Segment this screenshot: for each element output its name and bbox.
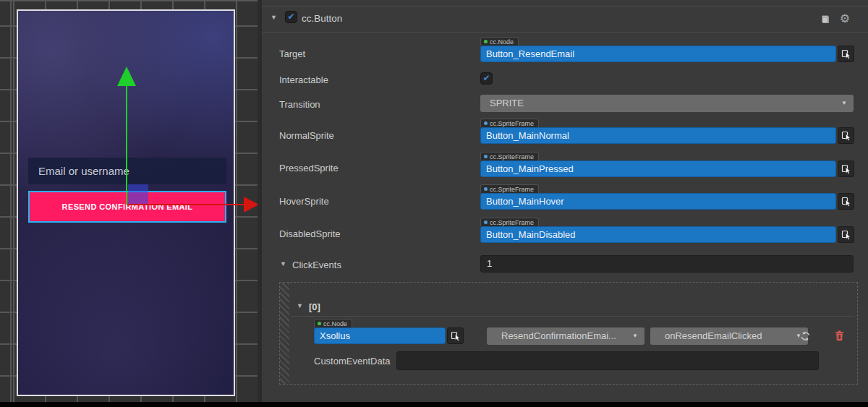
interactable-checkbox[interactable]: ✔ — [480, 72, 493, 85]
disabled-sprite-ref: Button_MainDisabled — [480, 226, 854, 243]
email-input-preview[interactable]: Email or username — [28, 158, 226, 184]
chevron-down-icon: ▼ — [632, 327, 638, 345]
disabled-sprite-picker-button[interactable] — [838, 226, 854, 243]
spriteframe-type-dot-icon — [484, 187, 488, 191]
email-placeholder-text: Email or username — [38, 165, 129, 177]
event-node-ref: Xsollus — [314, 327, 464, 344]
node-picker-cursor-icon — [841, 131, 851, 141]
pressed-sprite-field[interactable]: Button_MainPressed — [480, 160, 836, 177]
spriteframe-type-dot-icon — [484, 121, 488, 125]
spriteframe-type-dot-icon — [484, 220, 488, 224]
node-picker-cursor-icon — [841, 197, 851, 207]
check-icon: ✔ — [482, 73, 490, 83]
book-icon — [819, 14, 831, 25]
event-node-type-tag: cc.Node — [314, 319, 352, 327]
chevron-down-icon: ▼ — [841, 95, 847, 112]
hover-sprite-type-tag: cc.SpriteFrame — [480, 184, 539, 193]
pressed-sprite-type-tag: cc.SpriteFrame — [480, 152, 539, 160]
component-enabled-checkbox[interactable]: ✔ — [285, 11, 297, 23]
separator — [291, 316, 854, 317]
transition-label: Transition — [279, 99, 320, 110]
trash-icon — [835, 330, 844, 341]
node-type-dot-icon — [318, 322, 321, 325]
disabled-sprite-type-tag: cc.SpriteFrame — [480, 218, 539, 226]
hover-sprite-picker-button[interactable] — [838, 193, 854, 210]
normal-sprite-ref: Button_MainNormal — [480, 127, 854, 144]
node-picker-cursor-icon — [841, 49, 851, 59]
event-component-dropdown[interactable]: ResendConfirmationEmai... ▼ — [487, 327, 644, 345]
delete-event-button[interactable] — [833, 328, 846, 343]
normal-sprite-field[interactable]: Button_MainNormal — [480, 127, 836, 144]
target-picker-button[interactable] — [838, 46, 854, 62]
normal-sprite-type-tag: cc.SpriteFrame — [480, 119, 539, 127]
gear-icon[interactable]: ⚙ — [838, 12, 851, 25]
cocos-creator-editor: Email or username RESEND CONFIRMATION EM… — [0, 0, 868, 407]
check-icon: ✔ — [287, 12, 294, 22]
event-handler-dropdown[interactable]: onResendEmailClicked ▼ — [650, 327, 808, 345]
target-ref: Button_ResendEmail — [480, 46, 854, 62]
custom-event-data-input[interactable] — [396, 351, 819, 370]
pressed-sprite-label: PressedSprite — [279, 163, 339, 173]
node-picker-cursor-icon — [841, 230, 851, 240]
refresh-event-button[interactable] — [798, 329, 812, 343]
click-events-label: ClickEvents — [292, 260, 341, 270]
click-event-0-group: ▼ [0] cc.Node Xsollus ResendCon — [279, 282, 858, 385]
group-hatch-border — [280, 283, 289, 384]
help-doc-icon[interactable] — [817, 13, 832, 26]
node-type-dot-icon — [484, 40, 488, 43]
click-events-expander-icon[interactable]: ▼ — [280, 260, 286, 267]
pressed-sprite-ref: Button_MainPressed — [480, 160, 854, 177]
refresh-icon — [799, 330, 812, 342]
interactable-label: Interactable — [279, 74, 328, 85]
node-picker-cursor-icon — [451, 331, 461, 341]
resend-email-button-preview[interactable]: RESEND CONFIRMATION EMAIL — [28, 191, 226, 223]
separator — [262, 32, 868, 33]
event-0-expander-icon[interactable]: ▼ — [297, 302, 303, 309]
transition-dropdown[interactable]: SPRITE ▼ — [480, 95, 854, 112]
normal-sprite-picker-button[interactable] — [838, 127, 854, 144]
component-expander-icon[interactable]: ▼ — [271, 14, 277, 21]
spriteframe-type-dot-icon — [484, 155, 488, 158]
event-node-field[interactable]: Xsollus — [314, 327, 446, 344]
pressed-sprite-picker-button[interactable] — [838, 160, 854, 177]
disabled-sprite-label: DisabledSprite — [279, 228, 341, 239]
bottom-bar — [0, 402, 868, 407]
gizmo-xy-plane-handle[interactable] — [128, 184, 148, 205]
hover-sprite-field[interactable]: Button_MainHover — [480, 193, 836, 210]
event-index-label: [0] — [309, 301, 320, 312]
gizmo-y-axis-line — [126, 85, 127, 205]
gizmo-x-axis-arrow[interactable] — [244, 197, 259, 213]
gizmo-x-axis-line — [127, 204, 244, 205]
inspector-panel: ▼ ✔ cc.Button ⚙ Target cc.Node Button_Re… — [262, 0, 868, 402]
separator — [262, 6, 868, 7]
normal-sprite-label: NormalSprite — [279, 130, 334, 141]
gizmo-y-axis-arrow[interactable] — [117, 67, 136, 86]
target-type-tag: cc.Node — [480, 37, 519, 46]
target-node-field[interactable]: Button_ResendEmail — [480, 46, 836, 62]
scene-view[interactable]: Email or username RESEND CONFIRMATION EM… — [0, 0, 258, 407]
custom-event-data-label: CustomEventData — [314, 356, 391, 367]
event-node-picker-button[interactable] — [447, 327, 464, 344]
node-picker-cursor-icon — [841, 164, 851, 174]
component-title: cc.Button — [302, 13, 342, 24]
hover-sprite-label: HoverSprite — [279, 196, 329, 207]
disabled-sprite-field[interactable]: Button_MainDisabled — [480, 226, 836, 243]
target-label: Target — [279, 48, 305, 59]
click-events-count-field[interactable]: 1 — [480, 255, 854, 273]
hover-sprite-ref: Button_MainHover — [480, 193, 854, 210]
